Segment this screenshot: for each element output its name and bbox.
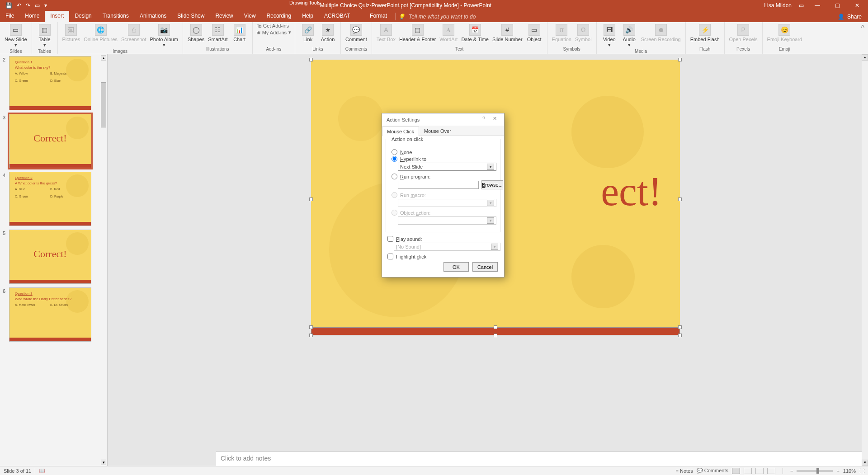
header-footer-button[interactable]: ▤Header & Footer (398, 23, 437, 43)
slide-thumbnail[interactable]: Question 2A What color is the grass?A. B… (9, 172, 91, 226)
tab-view[interactable]: View (239, 11, 261, 22)
resize-handle[interactable] (678, 198, 682, 201)
run-program-input[interactable] (398, 181, 479, 189)
zoom-slider[interactable] (797, 470, 833, 472)
notes-pane[interactable]: Click to add notes (216, 451, 862, 466)
reading-view-button[interactable] (755, 468, 764, 474)
tab-transitions[interactable]: Transitions (97, 11, 134, 22)
radio-hyperlink[interactable]: Hyperlink to: (392, 156, 496, 162)
slidenumber-button[interactable]: #Slide Number (491, 23, 524, 43)
embed-flash-button[interactable]: ⚡Embed Flash (689, 23, 721, 43)
scroll-down-icon[interactable]: ▾ (101, 460, 106, 465)
comments-toggle[interactable]: 💬 Comments (697, 468, 728, 474)
scroll-down-icon[interactable]: ▾ (862, 460, 868, 466)
online-pictures-button[interactable]: 🌐Online Pictures (83, 23, 118, 43)
tab-format[interactable]: Format (364, 11, 392, 22)
new-slide-button[interactable]: ▭New Slide▾ (4, 23, 28, 49)
scroll-up-icon[interactable]: ▴ (862, 54, 868, 61)
ok-button[interactable]: OK (443, 262, 469, 272)
hyperlink-combo[interactable]: Next Slide ▾ (398, 163, 496, 171)
resize-handle[interactable] (678, 334, 682, 337)
tab-recording[interactable]: Recording (261, 11, 297, 22)
zoom-slider-knob[interactable] (816, 468, 819, 474)
action-button[interactable]: ★Action (319, 23, 337, 43)
tab-slideshow[interactable]: Slide Show (172, 11, 210, 22)
radio-none[interactable]: None (392, 149, 496, 155)
get-addins-button[interactable]: 🛍Get Add-ins (256, 23, 291, 28)
thumbnail-wrapper[interactable]: 2Question 1What color is the sky?A. Yell… (0, 54, 107, 112)
comment-button[interactable]: 💬Comment (344, 23, 368, 43)
radio-run-program-input[interactable] (392, 174, 397, 179)
thumbnail-wrapper[interactable]: 6Question 3Who wrote the Harry Potter se… (0, 286, 107, 343)
tab-mouse-click[interactable]: Mouse Click (382, 127, 419, 136)
screen-recording-button[interactable]: ⏺Screen Recording (640, 23, 682, 43)
ribbon-display-icon[interactable]: ▭ (799, 2, 804, 9)
check-highlight-click-input[interactable] (387, 254, 393, 259)
spellcheck-icon[interactable]: 📖 (39, 468, 45, 474)
chevron-down-icon[interactable]: ▾ (487, 164, 494, 170)
slide-canvas[interactable]: ect! ▴ ▾ Click to add notes (108, 54, 868, 466)
dialog-titlebar[interactable]: Action Settings ? ✕ (382, 113, 504, 126)
tab-animations[interactable]: Animations (134, 11, 172, 22)
resize-handle[interactable] (494, 334, 497, 337)
resize-handle[interactable] (494, 325, 497, 329)
emoji-keyboard-button[interactable]: 😊Emoji Keyboard (766, 23, 803, 43)
dialog-help-button[interactable]: ? (479, 116, 489, 124)
tab-mouse-over[interactable]: Mouse Over (419, 126, 456, 136)
slide-thumbnail[interactable]: Correct! (9, 230, 91, 284)
thumbnail-wrapper[interactable]: 5Correct! (0, 228, 107, 286)
user-name[interactable]: Lisa Mildon (764, 2, 792, 9)
resize-handle[interactable] (678, 58, 682, 61)
resize-handle[interactable] (309, 325, 313, 329)
slideshow-view-button[interactable] (767, 468, 775, 474)
tab-design[interactable]: Design (69, 11, 97, 22)
check-play-sound-input[interactable] (387, 236, 393, 242)
open-pexels-button[interactable]: POpen Pexels (728, 23, 759, 43)
tab-insert[interactable]: Insert (45, 11, 69, 22)
canvas-scrollbar[interactable]: ▴ ▾ (862, 54, 868, 466)
table-button[interactable]: ▦Table▾ (36, 23, 54, 49)
link-button[interactable]: 🔗Link (299, 23, 317, 43)
equation-button[interactable]: πEquation (551, 23, 572, 43)
wordart-button[interactable]: 𝐀WordArt (439, 23, 458, 43)
tab-help[interactable]: Help (297, 11, 319, 22)
chart-button[interactable]: 📊Chart (231, 23, 249, 43)
thumbnail-scrollbar[interactable]: ▴ ▾ (101, 55, 106, 465)
resize-handle[interactable] (678, 325, 682, 329)
slide-thumbnail[interactable]: Question 1What color is the sky?A. Yello… (9, 56, 91, 110)
resize-handle[interactable] (309, 334, 313, 337)
share-button[interactable]: 👤 Share (838, 11, 868, 22)
tab-acrobat[interactable]: ACROBAT (319, 11, 355, 22)
fit-to-window-button[interactable]: ⛶ (859, 468, 864, 474)
textbox-button[interactable]: AText Box (376, 23, 396, 43)
slide-sorter-button[interactable] (744, 468, 752, 474)
zoom-level[interactable]: 110% (843, 468, 856, 474)
minimize-button[interactable]: — (811, 2, 824, 9)
thumbnail-wrapper[interactable]: 4Question 2A What color is the grass?A. … (0, 170, 107, 228)
check-highlight-click[interactable]: Highlight click (387, 254, 500, 259)
smartart-button[interactable]: ☷SmartArt (207, 23, 228, 43)
pictures-button[interactable]: 🖼Pictures (61, 23, 81, 43)
radio-hyperlink-input[interactable] (392, 156, 397, 162)
slide-position[interactable]: Slide 3 of 11 (4, 468, 31, 474)
notes-toggle[interactable]: ≡ Notes (676, 468, 693, 474)
photo-album-button[interactable]: 📷Photo Album▾ (149, 23, 179, 49)
normal-view-button[interactable] (732, 468, 740, 474)
video-button[interactable]: 🎞Video▾ (600, 23, 618, 49)
check-play-sound[interactable]: Play sound: (387, 236, 500, 242)
audio-button[interactable]: 🔊Audio▾ (620, 23, 638, 49)
resize-handle[interactable] (309, 58, 313, 61)
close-window-button[interactable]: ✕ (851, 2, 863, 9)
scroll-up-icon[interactable]: ▴ (101, 55, 106, 61)
my-addins-button[interactable]: ⊞My Add-ins▾ (256, 29, 291, 35)
object-button[interactable]: ▭Object (525, 23, 543, 43)
tab-review[interactable]: Review (210, 11, 238, 22)
resize-handle[interactable] (309, 198, 313, 201)
cancel-button[interactable]: Cancel (472, 262, 498, 272)
save-icon[interactable]: 💾 (5, 2, 12, 9)
scroll-thumb[interactable] (101, 82, 106, 127)
browse-button[interactable]: Browse... (481, 180, 503, 189)
maximize-button[interactable]: ▢ (831, 2, 844, 9)
tell-me-search[interactable]: 💡 Tell me what you want to do (398, 11, 476, 22)
thumbnail-wrapper[interactable]: 3Correct! (0, 112, 107, 170)
